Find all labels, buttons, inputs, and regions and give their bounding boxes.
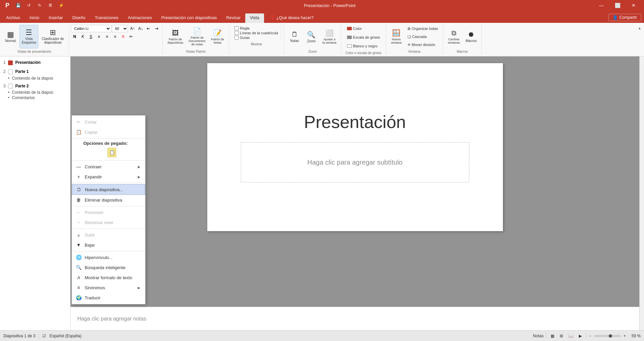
ctx-subir[interactable]: ▲ Subir — [72, 230, 145, 240]
indent-btn[interactable]: ⇤ — [145, 25, 152, 32]
align-center-btn[interactable]: ≡ — [103, 33, 111, 40]
ctx-disminuir-nivel[interactable]: → Disminuir nivel — [72, 217, 145, 227]
tab-diseño[interactable]: Diseño — [68, 13, 90, 23]
minimize-button[interactable]: — — [594, 0, 609, 11]
cuadricula-checkbox[interactable] — [234, 31, 239, 35]
mark-button[interactable]: 🖹 — [46, 1, 55, 10]
notes-area[interactable]: Haga clic para agregar notas — [71, 307, 639, 330]
window-title: Presentación - PowerPoint — [66, 3, 594, 8]
ajustar-ventana-btn[interactable]: ⬜ Ajustar ala ventana — [320, 25, 339, 48]
nueva-ventana-btn[interactable]: 🪟 Nuevaventana — [389, 25, 404, 48]
slide-container: Presentación Haga clic para agregar subt… — [207, 63, 503, 231]
notas-btn[interactable]: 🗒 Notas — [287, 25, 302, 48]
ctx-contraer[interactable]: — Contraer ▶ — [72, 162, 145, 172]
outline-content-2: • Contenido de la diapos — [1, 76, 69, 81]
view-present-status-btn[interactable]: ▶ — [577, 333, 583, 339]
underline-btn[interactable]: S — [87, 33, 94, 40]
tab-presentacion[interactable]: Presentación con diapositivas — [157, 13, 221, 23]
customize-button[interactable]: ⚡ — [56, 1, 66, 10]
patron-documentos-btn[interactable]: 📄 Patrón deDocumentosde notas — [186, 25, 208, 48]
tab-revisar[interactable]: Revisar — [222, 13, 245, 23]
tab-archivo[interactable]: Archivo — [1, 13, 25, 23]
ctx-busqueda[interactable]: 🔍 Búsqueda inteligente — [72, 262, 145, 272]
zoom-level[interactable]: 59 % — [629, 334, 641, 338]
ribbon-group-color: Color Escala de grises Blanco y negro Co… — [341, 24, 386, 55]
ctx-sep-1 — [72, 138, 145, 138]
ctx-hipervinculo[interactable]: 🌐 Hipervínculo... — [72, 252, 145, 262]
view-normal-status-btn[interactable]: ▦ — [549, 333, 556, 339]
view-esquema-btn[interactable]: ☰ VistaEsquema — [19, 25, 38, 48]
regla-checkbox[interactable] — [234, 26, 239, 30]
share-button[interactable]: 👤Compartir — [608, 14, 641, 21]
color-btn[interactable]: Color — [345, 25, 364, 32]
ctx-expandir[interactable]: + Expandir ▶ — [72, 172, 145, 182]
bold-btn[interactable]: N — [71, 33, 78, 40]
escala-grises-btn[interactable]: Escala de grises — [345, 34, 382, 41]
tab-insertar[interactable]: Insertar — [44, 13, 68, 23]
redo-button[interactable]: ↻ — [35, 1, 44, 10]
ctx-mostrar-formato[interactable]: A Mostrar formato de texto — [72, 272, 145, 283]
blanco-negro-btn[interactable]: Blanco y negro — [345, 42, 380, 50]
paste-icon[interactable]: 📋 — [108, 148, 116, 157]
maximize-button[interactable]: ⬜ — [610, 0, 625, 11]
regla-checkbox-row[interactable]: Regla — [234, 26, 278, 30]
view-normal-btn[interactable]: ▦ Normal — [3, 25, 18, 48]
view-reading-status-btn[interactable]: 📖 — [567, 333, 575, 339]
right-scrollbar[interactable] — [639, 56, 644, 330]
ctx-bajar[interactable]: ▼ Bajar — [72, 240, 145, 250]
align-right-btn[interactable]: ≡ — [111, 33, 119, 40]
ctx-traducir[interactable]: 🌍 Traducir — [72, 293, 145, 303]
mover-division-btn[interactable]: ✛Mover división — [405, 41, 440, 48]
font-name-select[interactable]: Calibri Li — [71, 25, 111, 32]
outline-item-2[interactable]: 2 Parte 1 — [1, 68, 69, 75]
tab-animaciones[interactable]: Animaciones — [123, 13, 157, 23]
outdent-btn[interactable]: ⇥ — [153, 25, 160, 32]
undo-button[interactable]: ↺ — [24, 1, 34, 10]
ctx-eliminar-diapositiva[interactable]: 🗑 Eliminar diapositiva — [72, 195, 145, 205]
cascada-btn[interactable]: ❏Cascada — [405, 33, 440, 40]
zoom-out-btn[interactable]: − — [589, 334, 591, 338]
notes-status-btn[interactable]: Notas — [533, 334, 544, 338]
font-color-btn[interactable]: A — [119, 33, 127, 40]
align-left-btn[interactable]: ≡ — [95, 33, 102, 40]
zoom-slider[interactable] — [594, 335, 621, 337]
guias-checkbox[interactable] — [234, 36, 239, 40]
promover-icon: ← — [75, 209, 82, 216]
patron-notas-btn[interactable]: 📝 Patrón deNotas — [209, 25, 226, 48]
increase-font-btn[interactable]: A↑ — [129, 25, 136, 32]
save-button[interactable]: 💾 — [13, 1, 23, 10]
highlight-btn[interactable]: ✏ — [127, 33, 135, 40]
font-group: Calibri Li 60 A↑ A↓ ⇤ ⇥ N K S ≡ ≡ ≡ A ✏ — [69, 24, 163, 55]
tab-help[interactable]: ❓ ¿Qué desea hacer? — [265, 13, 318, 23]
powerpoint-logo[interactable]: P — [3, 1, 12, 10]
zoom-btn[interactable]: 🔍 Zoom — [304, 25, 319, 48]
slide-info: Diapositiva 1 de 3 — [3, 334, 35, 338]
slide-area[interactable]: Presentación Haga clic para agregar subt… — [71, 56, 639, 307]
expandir-icon: + — [75, 173, 82, 180]
ctx-sinonimos[interactable]: ≡ Sinónimos ▶ — [72, 283, 145, 293]
cuadricula-checkbox-row[interactable]: Líneas de la cuadrícula — [234, 31, 278, 35]
italic-btn[interactable]: K — [79, 33, 86, 40]
outline-item-1[interactable]: 1 Presentación — [1, 59, 69, 66]
macros-btn[interactable]: ⏺ Macros — [463, 25, 479, 48]
slide-subtitle-placeholder[interactable]: Haga clic para agregar subtítulo — [241, 142, 469, 182]
outline-item-3[interactable]: 3 Parte 2 — [1, 83, 69, 90]
ctx-cortar[interactable]: ✂ Cortar — [72, 117, 145, 127]
font-size-select[interactable]: 60 — [112, 25, 128, 32]
organizar-todas-btn[interactable]: ⊞Organizar todas — [405, 25, 440, 32]
tab-transiciones[interactable]: Transiciones — [90, 13, 123, 23]
close-button[interactable]: ✕ — [626, 0, 641, 11]
patron-diapositivas-btn[interactable]: 🖼 Patrón dediapositivas — [165, 25, 185, 48]
decrease-font-btn[interactable]: A↓ — [137, 25, 144, 32]
view-clasificador-btn[interactable]: ⊞ Clasificador dediapositivas — [40, 25, 66, 48]
ctx-nueva-diapositiva[interactable]: 🗋 Nueva diapositiva... — [72, 184, 145, 195]
zoom-in-btn[interactable]: + — [624, 334, 626, 338]
tab-vista[interactable]: Vista — [245, 13, 264, 23]
ctx-promover[interactable]: ← Promover — [72, 207, 145, 217]
tab-inicio[interactable]: Inicio — [25, 13, 44, 23]
ribbon-collapse-btn[interactable]: ▲ — [637, 26, 643, 31]
cambiar-ventanas-btn[interactable]: ⧉ Cambiarventanas — [446, 25, 462, 48]
view-grid-status-btn[interactable]: ⊞ — [558, 333, 564, 339]
guias-checkbox-row[interactable]: Guías — [234, 36, 278, 40]
ctx-copiar[interactable]: 📋 Copiar — [72, 127, 145, 137]
